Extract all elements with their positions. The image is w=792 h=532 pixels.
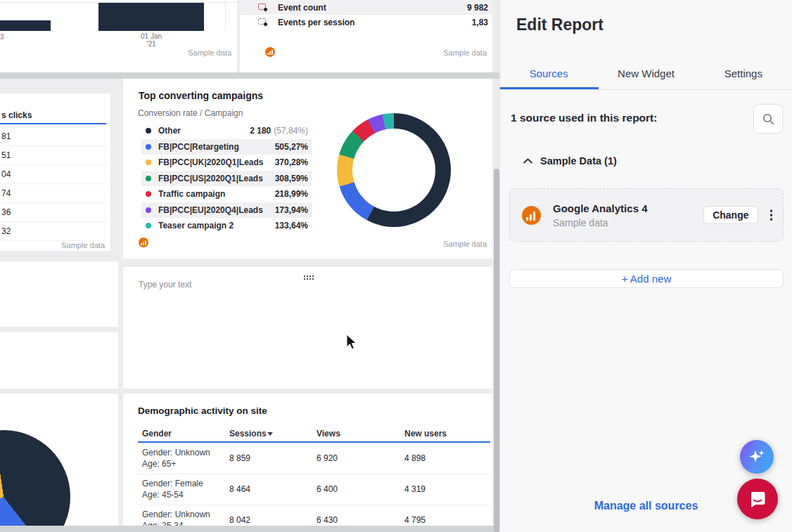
google-analytics-icon (522, 206, 541, 225)
legend-item[interactable]: Traffic campaign 218,99% (141, 186, 312, 202)
donut-chart (337, 113, 451, 227)
tab-sources[interactable]: Sources (500, 57, 597, 89)
legend-label: Traffic campaign (158, 189, 275, 199)
text-widget[interactable]: Type your text (123, 267, 492, 389)
bar (0, 20, 51, 31)
column-header[interactable]: Gender (142, 429, 172, 439)
stat-value: 1,83 (472, 18, 488, 27)
event-count-icon (258, 4, 268, 12)
legend-value: 370,28% (275, 157, 308, 167)
widget-subtitle: Conversion rate / Campaign (138, 108, 243, 118)
column-header[interactable]: Sessions (229, 429, 267, 439)
source-info: Google Analytics 4 Sample data (553, 202, 703, 228)
legend-label: FB|PCC|EU|2020Q4|Leads (158, 205, 275, 215)
legend-item[interactable]: FB|PCC|EU|2020Q4|Leads 173,94% (141, 202, 312, 219)
search-button[interactable] (753, 104, 783, 134)
empty-widget[interactable] (0, 332, 118, 389)
legend-item[interactable]: FB|PCC|US|2020Q1|Leads 308,59% (141, 171, 312, 187)
legend-item[interactable]: FB|PCC|Retargeting 505,27% (141, 139, 312, 155)
pie-chart (0, 430, 70, 526)
vertical-scrollbar[interactable] (494, 169, 499, 532)
google-analytics-icon (139, 238, 148, 247)
panel-tabs: Sources New Widget Settings (500, 57, 792, 90)
change-source-button[interactable]: Change (703, 206, 758, 224)
sort-caret-icon[interactable] (267, 432, 273, 436)
legend-color-dot (146, 223, 151, 228)
bar (98, 3, 204, 31)
legend-label: Teaser campaign 2 (158, 221, 275, 231)
drag-handle-icon[interactable] (303, 275, 314, 280)
report-canvas: 3 01 Jan '21 Sample data Event count 9 9… (0, 0, 499, 532)
empty-widget[interactable] (0, 261, 118, 327)
legend-value: 173,94% (275, 205, 308, 215)
chat-support-button[interactable] (737, 479, 778, 519)
widget-title: Demographic activity on site (138, 406, 267, 416)
legend-color-dot (146, 176, 151, 181)
kebab-menu-icon[interactable] (769, 208, 774, 222)
legend-item[interactable]: Teaser campaign 2 133,64% (141, 218, 312, 234)
donut-legend: Other 2 180 (57,84%) FB|PCC|Retargeting … (141, 123, 312, 234)
legend-extra: (57,84%) (274, 126, 308, 136)
source-group-toggle[interactable]: Sample Data (1) (523, 155, 617, 167)
sources-count-header: 1 source used in this report: (511, 112, 657, 124)
panel-title: Edit Report (516, 15, 603, 34)
table-row: Gender: Unknown Age: 65+ 8 859 6 920 4 8… (138, 443, 490, 474)
table-row: 04 (0, 165, 106, 184)
text-widget-placeholder[interactable]: Type your text (139, 280, 191, 290)
mouse-cursor (346, 335, 359, 354)
legend-item[interactable]: FB|PCC|UK|2020Q1|Leads 370,28% (141, 155, 312, 171)
stats-widget[interactable]: Event count 9 982 Events per session 1,8… (240, 0, 492, 72)
chevron-up-icon (523, 158, 532, 164)
table-row: Gender: Female Age: 45-54 8 464 6 400 4 … (138, 474, 490, 505)
table-row: 32 (0, 222, 106, 241)
legend-color-dot (146, 207, 151, 213)
legend-value: 308,59% (275, 174, 308, 183)
sample-data-note: Sample data (61, 241, 105, 249)
source-group-label: Sample Data (1) (540, 155, 617, 167)
legend-color-dot (146, 160, 151, 165)
legend-label: FB|PCC|Retargeting (158, 142, 275, 152)
legend-value: 505,27% (275, 142, 308, 152)
legend-value: 218,99% (275, 189, 308, 199)
column-header[interactable]: New users (404, 429, 447, 439)
clicks-table-widget[interactable]: s clicks 81 51 04 74 36 32 Sample data (0, 93, 110, 251)
legend-item[interactable]: Other 2 180 (57,84%) (141, 123, 312, 139)
stat-row[interactable]: Event count 9 982 (240, 0, 492, 15)
tab-settings[interactable]: Settings (695, 57, 792, 89)
column-header[interactable]: Views (317, 429, 340, 439)
x-axis-label: 3 (0, 33, 4, 41)
column-header: s clicks (1, 110, 32, 120)
ai-assistant-button[interactable] (740, 440, 774, 474)
legend-color-dot (146, 128, 151, 134)
widget-title: Top converting campaigns (139, 90, 263, 101)
bar-chart-widget[interactable]: 3 01 Jan '21 Sample data (0, 0, 237, 72)
stat-label: Event count (278, 3, 467, 13)
tab-new-widget[interactable]: New Widget (597, 57, 694, 89)
gridline (225, 0, 226, 31)
stat-value: 9 982 (467, 3, 488, 13)
events-per-session-icon (258, 18, 268, 27)
table-row: Gender: Unknown Age: 25-34 8 042 6 430 4… (138, 505, 490, 526)
table-row: 81 (0, 127, 106, 146)
legend-color-dot (146, 144, 151, 150)
sparkle-icon (748, 448, 766, 466)
legend-color-dot (146, 191, 151, 197)
source-name: Google Analytics 4 (553, 202, 703, 214)
stat-label: Events per session (278, 18, 472, 27)
sample-data-note: Sample data (443, 48, 487, 57)
search-icon (762, 113, 774, 125)
google-analytics-icon (265, 47, 275, 57)
stat-row[interactable]: Events per session 1,83 (240, 15, 492, 30)
legend-value: 2 180 (250, 126, 271, 136)
add-new-source-button[interactable]: + Add new (509, 269, 784, 288)
source-card[interactable]: Google Analytics 4 Sample data Change (509, 188, 784, 242)
page-gap (0, 526, 499, 532)
campaigns-donut-widget[interactable]: Top converting campaigns Conversion rate… (123, 79, 492, 259)
sample-data-note: Sample data (188, 48, 231, 57)
chat-bubble-icon (748, 489, 767, 509)
sample-data-note: Sample data (443, 240, 487, 248)
legend-label: FB|PCC|US|2020Q1|Leads (158, 174, 275, 183)
demographic-table-widget[interactable]: Demographic activity on site Gender Sess… (123, 394, 492, 526)
legend-label: FB|PCC|UK|2020Q1|Leads (158, 157, 275, 167)
pie-chart-widget[interactable] (0, 394, 118, 526)
